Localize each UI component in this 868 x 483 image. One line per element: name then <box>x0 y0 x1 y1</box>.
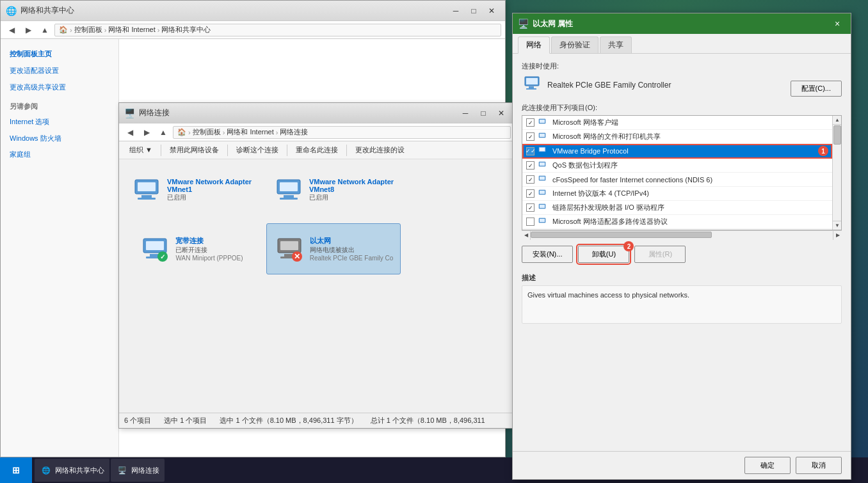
nc-broadband-adapter: WAN Miniport (PPPOE) <box>175 255 243 262</box>
nc-minimize-btn[interactable]: ─ <box>457 107 474 120</box>
nc-path-control: 控制面板 <box>193 127 221 137</box>
nc-title-icon: 🖥️ <box>124 108 135 118</box>
nc-broadband-status: 已断开连接 <box>175 246 243 255</box>
nsc-up-btn[interactable]: ▲ <box>38 23 52 37</box>
item-checkbox-7[interactable] <box>526 218 534 226</box>
nc-rename-btn[interactable]: 重命名此连接 <box>291 143 343 157</box>
uninstall-button[interactable]: 卸载(U) 2 <box>578 246 629 263</box>
svg-rect-37 <box>540 205 545 208</box>
nc-statusbar: 6 个项目 选中 1 个项目 选中 1 个文件（8.10 MB，8,496,31… <box>119 413 515 428</box>
nc-maximize-btn[interactable]: □ <box>475 107 492 120</box>
properties-button[interactable]: 属性(R) <box>634 246 686 263</box>
svg-text:✕: ✕ <box>294 252 300 261</box>
nc-vmnet1[interactable]: VMware Network Adapter VMnet1 已启用 <box>124 164 259 216</box>
svg-rect-3 <box>138 198 156 200</box>
config-button[interactable]: 配置(C)... <box>791 81 842 97</box>
scroll-down-btn[interactable]: ▼ <box>833 221 842 230</box>
nsc-back-btn[interactable]: ◀ <box>4 23 19 37</box>
nc-forward-btn[interactable]: ▶ <box>140 125 154 139</box>
desc-box: Gives virtual machines access to physica… <box>522 285 842 324</box>
nc-ethernet-inner: ✕ 以太网 网络电缆被拔出 Realtek PCIe GBE Family Co <box>274 234 394 264</box>
nc-ethernet[interactable]: ✕ 以太网 网络电缆被拔出 Realtek PCIe GBE Family Co <box>266 223 401 274</box>
scroll-up-btn[interactable]: ▲ <box>833 116 842 125</box>
horiz-left-btn[interactable]: ◀ <box>522 231 531 240</box>
svg-rect-2 <box>141 195 152 198</box>
list-item-7[interactable]: Microsoft 网络适配器多路传送器协议 <box>522 215 832 229</box>
start-button[interactable]: ⊞ <box>0 457 32 483</box>
nsc-maximize-btn[interactable]: □ <box>465 4 482 17</box>
taskbar-nsc-icon: 🌐 <box>40 464 52 477</box>
nsc-titlebar: 🌐 网络和共享中心 ─ □ ✕ <box>1 1 505 21</box>
svg-rect-5 <box>280 182 298 191</box>
nsc-forward-btn[interactable]: ▶ <box>21 23 35 37</box>
nc-organize-btn[interactable]: 组织 ▼ <box>124 143 157 157</box>
item-checkbox-0[interactable] <box>526 118 534 127</box>
dialog-close-btn[interactable]: × <box>829 17 846 30</box>
horiz-right-btn[interactable]: ▶ <box>833 231 842 240</box>
dialog-tab-share[interactable]: 共享 <box>600 36 632 53</box>
adapter-row: Realtek PCIe GBE Family Controller <box>522 74 673 97</box>
list-item-4[interactable]: cFosSpeed for faster Internet connection… <box>522 173 832 187</box>
nc-close-btn[interactable]: ✕ <box>493 107 510 120</box>
svg-rect-31 <box>540 162 545 166</box>
nsc-minimize-btn[interactable]: ─ <box>447 4 464 17</box>
dialog-tab-auth[interactable]: 身份验证 <box>551 36 599 53</box>
nc-diagnose-btn[interactable]: 诊断这个连接 <box>231 143 284 157</box>
nc-vmnet1-inner: VMware Network Adapter VMnet1 已启用 <box>131 175 252 205</box>
nsc-sidebar-firewall[interactable]: Windows 防火墙 <box>6 132 113 146</box>
nsc-sidebar-sharing[interactable]: 更改高级共享设置 <box>6 81 113 95</box>
nsc-title-icon: 🌐 <box>6 6 17 16</box>
item-text-4: cFosSpeed for faster Internet connection… <box>552 176 828 184</box>
nc-window: 🖥️ 网络连接 ─ □ ✕ ◀ ▶ ▲ 🏠 › 控制面板 › 网络和 Inter… <box>118 102 515 429</box>
nsc-sidebar-adapter[interactable]: 更改适配器设置 <box>6 64 113 78</box>
nc-titlebar: 🖥️ 网络连接 ─ □ ✕ <box>119 103 515 123</box>
nc-disable-btn[interactable]: 禁用此网络设备 <box>165 143 224 157</box>
cancel-button[interactable]: 取消 <box>796 457 842 474</box>
nsc-sidebar-home[interactable]: 控制面板主页 <box>6 47 113 61</box>
list-item-3[interactable]: QoS 数据包计划程序 <box>522 159 832 173</box>
nc-title-text: 网络连接 <box>139 107 457 118</box>
nc-vmnet8-inner: VMware Network Adapter VMnet8 已启用 <box>273 175 394 205</box>
nsc-title-text: 网络和共享中心 <box>20 5 447 16</box>
list-item-1[interactable]: Microsoft 网络的文件和打印机共享 <box>522 130 832 144</box>
list-item-0[interactable]: Microsoft 网络客户端 <box>522 116 832 130</box>
list-item-6[interactable]: 链路层拓扑发现映射器 I/O 驱动程序 <box>522 201 832 215</box>
nc-ethernet-info: 以太网 网络电缆被拔出 Realtek PCIe GBE Family Co <box>310 236 394 262</box>
item-checkbox-5[interactable] <box>526 189 534 198</box>
install-button[interactable]: 安装(N)... <box>522 246 573 263</box>
nc-ethernet-status: 网络电缆被拔出 <box>310 246 394 255</box>
item-text-2: VMware Bridge Protocol <box>552 147 812 155</box>
scroll-thumb[interactable] <box>833 125 841 145</box>
nc-broadband-info: 宽带连接 已断开连接 WAN Miniport (PPPOE) <box>175 236 243 262</box>
item-checkbox-6[interactable] <box>526 203 534 212</box>
nsc-sidebar-homegroup[interactable]: 家庭组 <box>6 148 113 162</box>
taskbar-item-nsc[interactable]: 🌐 网络和共享中心 <box>35 459 109 482</box>
nc-content: VMware Network Adapter VMnet1 已启用 <box>119 159 515 280</box>
nc-vmnet8[interactable]: VMware Network Adapter VMnet8 已启用 <box>266 164 401 216</box>
nc-count: 6 个项目 <box>124 416 151 425</box>
nc-up-btn[interactable]: ▲ <box>156 125 170 139</box>
dialog-tab-network[interactable]: 网络 <box>518 36 550 54</box>
nsc-path-control: 控制面板 <box>74 25 102 35</box>
nc-back-btn[interactable]: ◀ <box>123 125 137 139</box>
ok-button[interactable]: 确定 <box>744 457 791 474</box>
item-checkbox-2[interactable]: ✓ <box>526 147 534 155</box>
horiz-thumb[interactable] <box>531 232 712 238</box>
nc-vmnet8-info: VMware Network Adapter VMnet8 已启用 <box>309 178 394 202</box>
list-item-5[interactable]: Internet 协议版本 4 (TCP/IPv4) <box>522 187 832 201</box>
adapter-icon <box>524 76 542 94</box>
nc-toolbar: 组织 ▼ 禁用此网络设备 诊断这个连接 重命名此连接 更改此连接的设 <box>119 141 515 159</box>
svg-rect-25 <box>540 120 545 123</box>
taskbar-item-nc[interactable]: 🖥️ 网络连接 <box>111 459 165 482</box>
item-checkbox-4[interactable] <box>526 175 534 184</box>
list-item-2[interactable]: ✓ VMware Bridge Protocol 1 <box>522 144 832 159</box>
nsc-sidebar-internet[interactable]: Internet 选项 <box>6 115 113 129</box>
nsc-close-btn[interactable]: ✕ <box>483 4 500 17</box>
nc-broadband[interactable]: ✓ 宽带连接 已断开连接 WAN Miniport (PPPOE) <box>124 223 259 274</box>
items-section: 此连接使用下列项目(O): Microsoft 网络客户端 <box>522 103 842 239</box>
nc-broadband-inner: ✓ 宽带连接 已断开连接 WAN Miniport (PPPOE) <box>140 234 243 264</box>
item-icon-7 <box>538 218 549 226</box>
item-checkbox-1[interactable] <box>526 132 534 141</box>
item-checkbox-3[interactable] <box>526 161 534 170</box>
nc-change-btn[interactable]: 更改此连接的设 <box>350 143 410 157</box>
